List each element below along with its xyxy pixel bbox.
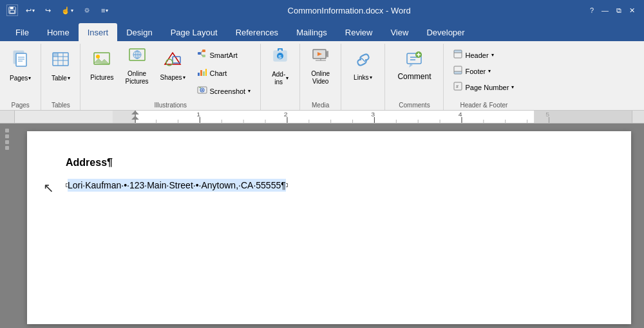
tab-home[interactable]: Home [38, 23, 79, 41]
sidebar-mark [5, 146, 9, 150]
links-group-label [346, 107, 379, 110]
document-area: Address¶ ↖ Lori·Kaufman·•·123·Main·Stree… [0, 123, 644, 328]
tab-page-layout[interactable]: Page Layout [162, 23, 227, 41]
svg-rect-32 [203, 71, 205, 76]
svg-marker-48 [409, 64, 413, 68]
document-heading: Address¶ [66, 157, 592, 169]
svg-rect-26 [202, 50, 205, 52]
sidebar-mark [5, 129, 9, 132]
tables-group-label: Tables [46, 100, 75, 110]
table-button[interactable]: Table ▾ [46, 46, 75, 85]
footer-button-label: Footer [465, 68, 486, 75]
document-scroll-area[interactable]: Address¶ ↖ Lori·Kaufman·•·123·Main·Stree… [14, 123, 644, 328]
pages-group-label: Pages [5, 100, 35, 110]
svg-rect-3 [14, 7, 15, 9]
screenshot-label: Screenshot [210, 87, 246, 95]
online-video-label: OnlineVideo [311, 70, 330, 86]
redo-button[interactable]: ↪ [43, 5, 53, 16]
svg-rect-5 [16, 53, 26, 66]
minimize-button[interactable]: — [599, 5, 611, 15]
svg-text:3: 3 [371, 111, 375, 118]
undo-button[interactable]: ↩▾ [23, 5, 37, 16]
svg-rect-55 [454, 50, 462, 53]
header-button[interactable]: Header ▾ [449, 48, 518, 62]
document-page: Address¶ ↖ Lori·Kaufman·•·123·Main·Stree… [27, 131, 631, 324]
tab-review[interactable]: Review [336, 23, 382, 41]
online-pictures-button[interactable]: OnlinePictures [120, 46, 153, 85]
table-button-label: Table [52, 75, 67, 82]
online-video-button[interactable]: OnlineVideo [305, 46, 336, 85]
links-button-label: Links [354, 74, 368, 81]
ribbon-group-illustrations: Pictures OnlinePictures [80, 44, 261, 110]
shapes-button-label: Shapes [160, 74, 182, 82]
tab-mailings[interactable]: Mailings [287, 23, 336, 41]
ribbon-tab-bar: File Home Insert Design Page Layout Refe… [0, 21, 644, 41]
tab-file[interactable]: File [6, 23, 38, 41]
comment-button[interactable]: Comment [390, 46, 438, 85]
chart-button[interactable]: Chart [193, 64, 256, 82]
ribbon-group-media: OnlineVideo Media [300, 44, 341, 110]
smartart-button[interactable]: SmartArt [193, 46, 256, 64]
links-button[interactable]: Links ▾ [346, 46, 379, 85]
svg-rect-30 [198, 73, 200, 76]
network-button[interactable]: ⛭ [81, 5, 93, 15]
page-number-button[interactable]: # Page Number ▾ [449, 80, 518, 95]
pictures-button-label: Pictures [90, 74, 113, 82]
addins-group-label [266, 107, 294, 110]
ruler-area: 1 2 3 4 5 [0, 111, 644, 123]
screenshot-button[interactable]: Screenshot ▾ [193, 82, 256, 100]
svg-rect-63 [113, 111, 534, 123]
pages-button-label: Pages [10, 75, 28, 82]
ribbon-group-links: Links ▾ [341, 44, 385, 110]
svg-line-29 [201, 53, 202, 56]
illustrations-group-label: Illustrations [86, 100, 255, 110]
document-paragraph-row: ↖ Lori·Kaufman·•·123·Main·Street·•·Anyto… [66, 179, 592, 192]
smartart-label: SmartArt [210, 51, 238, 59]
svg-text:S: S [278, 54, 282, 60]
document-sidebar [0, 123, 14, 328]
customize-qat-button[interactable]: ≡▾ [99, 5, 111, 15]
save-button[interactable] [6, 5, 18, 16]
sidebar-mark [5, 140, 9, 144]
tab-references[interactable]: References [227, 23, 287, 41]
svg-rect-1 [10, 7, 14, 9]
online-pictures-button-label: OnlinePictures [125, 70, 148, 86]
addins-button-label: Add-ins [272, 71, 285, 86]
svg-line-46 [361, 58, 365, 62]
ruler-left-margin [0, 111, 14, 123]
field-bracket-right [286, 183, 288, 187]
ribbon-options-button[interactable]: ? [587, 5, 596, 15]
chart-label: Chart [210, 69, 227, 77]
sidebar-mark [5, 134, 9, 138]
shapes-button[interactable]: Shapes ▾ [156, 46, 190, 85]
comment-button-label: Comment [397, 72, 431, 81]
ribbon-group-header-footer: Header ▾ Footer ▾ [444, 44, 524, 110]
ruler: 1 2 3 4 5 [14, 111, 632, 123]
touch-mode-button[interactable]: ☝▾ [59, 5, 76, 16]
tab-view[interactable]: View [381, 23, 417, 41]
svg-rect-2 [10, 10, 15, 13]
document-paragraph[interactable]: Lori·Kaufman·•·123·Main·Street·•·Anytown… [68, 179, 286, 192]
ribbon-group-pages: Pages ▾ Pages [0, 44, 41, 110]
svg-line-28 [201, 51, 202, 53]
tab-developer[interactable]: Developer [417, 23, 473, 41]
tab-design[interactable]: Design [117, 23, 161, 41]
page-number-button-label: Page Number [465, 84, 509, 91]
pictures-button[interactable]: Pictures [86, 46, 118, 85]
small-illustration-buttons: SmartArt Chart [193, 46, 256, 100]
ribbon-group-comments: Comment Comments [385, 44, 444, 110]
ribbon-group-tables: Table ▾ Tables [41, 44, 80, 110]
close-button[interactable]: ✕ [627, 5, 638, 16]
tab-insert[interactable]: Insert [79, 23, 118, 41]
svg-rect-58 [454, 71, 462, 74]
pages-button[interactable]: Pages ▾ [5, 46, 35, 85]
footer-button[interactable]: Footer ▾ [449, 64, 518, 78]
ruler-right-margin [632, 111, 644, 123]
addins-button[interactable]: S Add-ins ▾ [266, 46, 294, 85]
svg-rect-31 [200, 70, 202, 76]
svg-rect-14 [53, 53, 58, 57]
header-footer-group-label: Header & Footer [449, 100, 518, 110]
svg-point-35 [201, 89, 203, 91]
ribbon-group-addins: S Add-ins ▾ [261, 44, 300, 110]
restore-button[interactable]: ⧉ [614, 5, 624, 16]
